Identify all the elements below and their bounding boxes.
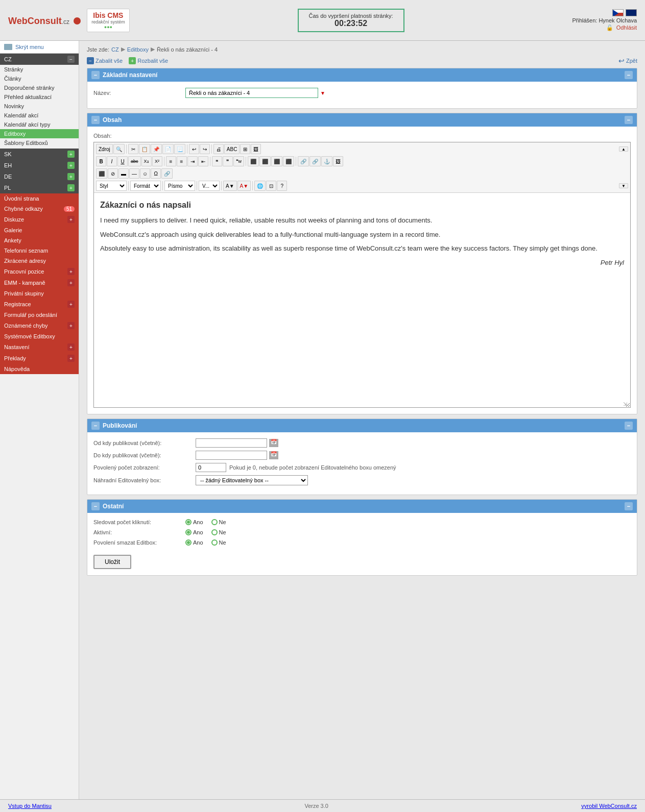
sk-plus-btn[interactable]: + [67,151,75,158]
tb-omega-btn[interactable]: Ω [151,168,161,179]
tb-spellcheck-btn[interactable]: ABC [224,144,240,154]
active-no-option[interactable]: Ne [211,529,226,535]
sidebar-group-pl[interactable]: PL + [0,182,79,193]
preklady-plus[interactable]: + [67,355,75,362]
sidebar-item-privatni[interactable]: Privátní skupiny [0,288,79,299]
sidebar-group-de[interactable]: DE + [0,171,79,182]
sidebar-item-chybne[interactable]: Chybné odkazy 51 [0,204,79,214]
sidebar-item-nastaveni[interactable]: Nastavení + [0,341,79,353]
content-toggle[interactable]: − [91,116,100,124]
delete-no-option[interactable]: Ne [211,539,226,546]
tb-alignl-btn[interactable]: ⬛ [248,156,259,166]
sidebar-item-kalendar-typy[interactable]: Kalendář akcí typy [0,120,79,129]
sidebar-item-uvodní[interactable]: Úvodní strana [0,193,79,204]
content-minus-right[interactable]: − [625,116,633,124]
tb-help-btn[interactable]: ? [277,181,287,191]
tb-ul-btn[interactable]: ≡ [177,156,187,166]
tb-tbl-btn[interactable]: ⬛ [96,168,107,179]
pub-replacement-select[interactable]: -- žádný Editovatelný box -- [196,475,308,485]
pub-to-input[interactable] [196,451,267,460]
tb-table-btn[interactable]: ⊞ [240,144,250,154]
editor-body[interactable]: Zákazníci o nás napsali I need my suppli… [94,193,630,407]
sidebar-item-doporucene[interactable]: Doporučené stránky [0,83,79,92]
collapse-all-button[interactable]: − Zabalit vše [87,57,123,64]
tb-paste3-btn[interactable]: 📃 [174,144,185,154]
emm-plus[interactable]: + [67,279,75,286]
sidebar-item-telefon[interactable]: Telefonní seznam [0,245,79,256]
active-no-radio[interactable] [211,529,218,535]
tb-alignr-btn[interactable]: ⬛ [271,156,282,166]
sidebar-group-eh[interactable]: EH + [0,160,79,171]
basic-settings-header[interactable]: − Základní nastavení − [87,68,637,82]
track-yes-radio[interactable] [185,519,192,525]
tb-paste-btn[interactable]: 📌 [151,144,162,154]
publishing-header[interactable]: − Publikování − [87,419,637,432]
tb-blockquote-btn[interactable]: ❝ [212,156,222,166]
tb-fgcolor-btn[interactable]: A▼ [223,181,237,191]
sidebar-item-systemove[interactable]: Systémové Editboxy [0,331,79,341]
de-plus-btn[interactable]: + [67,173,75,180]
tb-find-btn[interactable]: 🔍 [113,144,125,154]
delete-no-radio[interactable] [211,539,218,546]
tb-hr-btn[interactable]: ▬ [118,168,129,179]
nastaveni-plus[interactable]: + [67,343,75,351]
pracovni-plus[interactable]: + [67,268,75,275]
tb-link-btn[interactable]: 🔗 [298,156,309,166]
calendar-from-icon[interactable]: 📅 [269,439,278,447]
flag-cz[interactable] [612,9,624,16]
tb-ban-btn[interactable]: ⊘ [108,168,118,179]
publishing-minus-right[interactable]: − [625,422,633,430]
sidebar-item-sablony[interactable]: Šablony Editboxů [0,138,79,147]
eh-plus-btn[interactable]: + [67,162,75,169]
logout-link[interactable]: Odhlásit [616,24,637,31]
tb-img-btn[interactable]: 🖼 [251,144,261,154]
tb-unlink-btn[interactable]: 🔗 [309,156,321,166]
tb-italic-btn[interactable]: I [107,156,117,166]
tb-sup-btn[interactable]: X² [152,156,162,166]
expand-all-button[interactable]: + Rozbalit vše [129,57,168,64]
save-button[interactable]: Uložit [93,555,131,569]
breadcrumb-cz[interactable]: CZ [111,46,119,53]
name-input[interactable] [185,88,318,98]
sidebar-item-clanky[interactable]: Články [0,74,79,83]
sidebar-item-galerie[interactable]: Galerie [0,225,79,235]
tb-anchor-btn[interactable]: ⚓ [321,156,332,166]
vyrobil-link[interactable]: vyrobil WebConsult.cz [581,803,637,809]
tb-undo-btn[interactable]: ↩ [189,144,199,154]
tb-alignj-btn[interactable]: ⬛ [283,156,294,166]
tb-outdent-btn[interactable]: ⇤ [198,156,208,166]
sidebar-item-napoveda[interactable]: Nápověda [0,364,79,374]
sidebar-item-prehled[interactable]: Přehled aktualizací [0,92,79,102]
pub-count-input[interactable] [196,463,226,472]
tb-print-btn[interactable]: 🖨 [213,144,224,154]
sidebar-item-emm[interactable]: EMM - kampaně + [0,277,79,288]
other-minus-right[interactable]: − [625,502,633,510]
sidebar-item-novinky[interactable]: Novinky [0,102,79,111]
oznamen-plus[interactable]: + [67,322,75,329]
tb-para-btn[interactable]: ❝w [233,156,245,166]
sidebar-item-ankety[interactable]: Ankety [0,235,79,245]
tb-style-select[interactable]: Styl [96,181,127,191]
tb-redo-btn[interactable]: ↪ [200,144,210,154]
tb-dash-btn[interactable]: — [129,168,139,179]
tb-imginsert-btn[interactable]: 🖼 [333,156,343,166]
other-header[interactable]: − Ostatní − [87,500,637,513]
tb-cut-btn[interactable]: ✂ [128,144,138,154]
sidebar-item-stranky[interactable]: Stránky [0,65,79,74]
vstup-link[interactable]: Vstup do Mantisu [8,803,52,809]
registrace-plus[interactable]: + [67,301,75,308]
tb-ol-btn[interactable]: ≡ [166,156,176,166]
tb-style2-btn[interactable]: 🌐 [254,181,266,191]
tb-strike-btn[interactable]: abc [128,156,141,166]
diskuze-plus[interactable]: + [67,216,75,223]
tb-size-select[interactable]: V... [199,181,220,191]
sidebar-item-formular[interactable]: Formulář po odeslání [0,310,79,320]
sidebar-item-pracovni[interactable]: Pracovní pozice + [0,266,79,277]
sidebar-item-kalendar[interactable]: Kalendář akcí [0,111,79,120]
delete-yes-radio[interactable] [185,539,192,546]
tb-paste2-btn[interactable]: 📄 [162,144,174,154]
sidebar-item-zkracene[interactable]: Zkrácené adresy [0,256,79,266]
sidebar-group-sk[interactable]: SK + [0,149,79,160]
track-no-option[interactable]: Ne [211,519,226,525]
basic-settings-minus-right[interactable]: − [625,71,633,79]
